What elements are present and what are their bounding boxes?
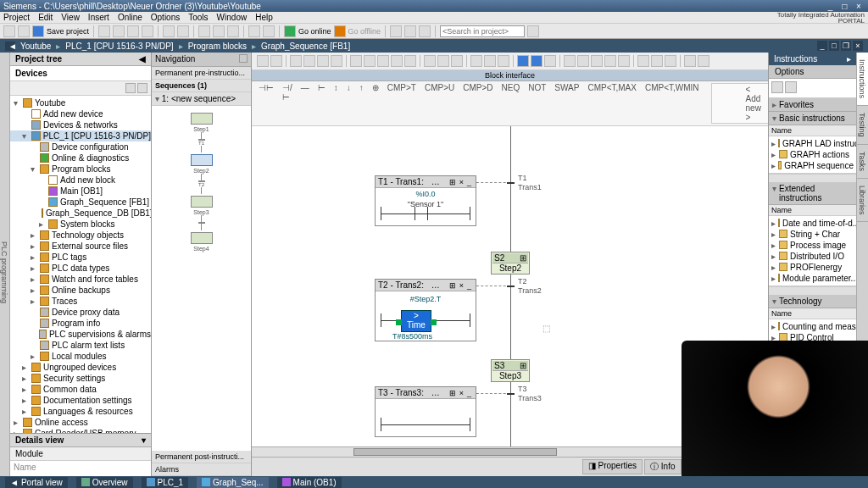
list-item[interactable]: ▸Module parameter...: [769, 273, 856, 284]
palette-item[interactable]: ↕: [332, 83, 340, 124]
trans-min-icon[interactable]: _: [465, 389, 473, 397]
list-item[interactable]: ▸String + Char: [769, 229, 856, 240]
tab-diagnostics[interactable]: ⚠ Diagnostics: [683, 459, 748, 474]
menu-online[interactable]: Online: [118, 13, 142, 22]
tree-alarm-lists[interactable]: PLC alarm text lists: [52, 341, 125, 350]
tree-tool-1-icon[interactable]: [125, 83, 136, 93]
instructions-controls[interactable]: ▸: [847, 54, 851, 64]
tree-root[interactable]: Youtube: [35, 98, 65, 108]
tree-ext-src[interactable]: External source files: [52, 241, 128, 251]
tree-proxy[interactable]: Device proxy data: [52, 308, 120, 317]
open-project-icon[interactable]: [18, 25, 30, 37]
tree-supervisions[interactable]: PLC supervisions & alarms: [49, 330, 151, 339]
maximize-button[interactable]: □: [838, 2, 850, 11]
ed-tool-icon[interactable]: [544, 55, 556, 67]
editor-close-icon[interactable]: ×: [853, 41, 863, 51]
nav-sequences[interactable]: Sequences (1): [152, 80, 251, 92]
timer-compare-block[interactable]: > Time: [401, 310, 431, 332]
list-item[interactable]: ▸Date and time-of-d...: [769, 218, 856, 229]
trans-close-icon[interactable]: ×: [458, 178, 465, 186]
menu-view[interactable]: View: [61, 13, 80, 22]
crumb-current[interactable]: Graph_Sequence [FB1]: [258, 42, 353, 51]
trans-close-icon[interactable]: ×: [458, 389, 465, 397]
ed-tool-icon[interactable]: [290, 55, 302, 67]
tree-main-ob1[interactable]: Main [OB1]: [60, 186, 103, 196]
rtab-tasks[interactable]: Tasks: [857, 145, 868, 179]
list-item[interactable]: ▸GRAPH sequence: [769, 160, 856, 171]
trans-option-icon[interactable]: ⊞: [448, 178, 458, 186]
ed-tool-icon[interactable]: [364, 55, 376, 67]
crumb-plc[interactable]: PLC_1 [CPU 1516-3 PN/DP]: [62, 42, 176, 51]
ed-tool-icon[interactable]: [651, 55, 663, 67]
ed-view1-icon[interactable]: [517, 55, 529, 67]
palette-item[interactable]: ⊣⊢: [257, 83, 275, 124]
tree-add-device[interactable]: Add new device: [43, 109, 103, 119]
close-button[interactable]: ×: [853, 2, 865, 11]
list-item[interactable]: ▸Counting and measure...: [769, 321, 856, 332]
list-item[interactable]: ▸Distributed I/O: [769, 251, 856, 262]
step-box-s3[interactable]: S3⊞ Step3: [491, 359, 530, 382]
go-online-icon[interactable]: [284, 25, 296, 37]
step-action-icon[interactable]: ⊞: [520, 361, 526, 370]
trans-name[interactable]: Trans2: [518, 286, 542, 295]
list-item[interactable]: ▸Process image: [769, 240, 856, 251]
transition-box-t2[interactable]: T2 - Trans2:…⊞×_ #Step2.T > Time T#8s500…: [375, 279, 476, 341]
tree-diagnostics[interactable]: Online & diagnostics: [52, 153, 129, 163]
details-collapse-icon[interactable]: ▾: [142, 435, 146, 445]
ed-tool-icon[interactable]: [391, 55, 403, 67]
trans-comment[interactable]: …: [431, 388, 440, 397]
tree-add-block[interactable]: Add new block: [60, 175, 115, 185]
trans-option-icon[interactable]: ⊞: [448, 389, 458, 397]
stop-sim-icon[interactable]: [263, 25, 275, 37]
ed-tool-icon[interactable]: [377, 55, 389, 67]
section-extended[interactable]: ▾Extended instructions: [769, 182, 856, 205]
list-item[interactable]: ▸PROFIenergy: [769, 262, 856, 273]
ed-tool-icon[interactable]: [404, 55, 416, 67]
main-tab-button[interactable]: Main (OB1): [277, 477, 342, 488]
go-online-label[interactable]: Go online: [298, 27, 331, 36]
ed-tool-icon[interactable]: [498, 55, 509, 67]
ed-view2-icon[interactable]: [531, 55, 542, 67]
palette-item[interactable]: ⊣/⊢: [281, 83, 294, 124]
save-icon[interactable]: [32, 25, 44, 37]
tree-program-blocks[interactable]: Program blocks: [52, 164, 110, 174]
rtab-libraries[interactable]: Libraries: [857, 179, 868, 223]
menu-project[interactable]: Project: [3, 13, 30, 22]
ed-tool-icon[interactable]: [303, 55, 315, 67]
ed-tool-icon[interactable]: [637, 55, 649, 67]
tree-plc-tags[interactable]: PLC tags: [52, 252, 86, 262]
ed-tool-icon[interactable]: [470, 55, 482, 67]
block-interface-toggle[interactable]: Block interface: [252, 70, 768, 81]
download-icon[interactable]: [213, 25, 225, 37]
ed-tool-icon[interactable]: [437, 55, 449, 67]
step-box-s2[interactable]: S2⊞ Step2: [491, 252, 530, 274]
step-name[interactable]: Step2: [492, 263, 528, 273]
palette-item[interactable]: —: [299, 83, 311, 124]
opt-icon[interactable]: [771, 81, 783, 93]
tree-local-modules[interactable]: Local modules: [52, 352, 106, 361]
opt-icon[interactable]: [785, 81, 797, 93]
basic-hscroll[interactable]: [769, 174, 856, 182]
go-offline-icon[interactable]: [334, 25, 346, 37]
palette-item[interactable]: NOT: [526, 83, 548, 124]
step-action-icon[interactable]: ⊞: [520, 253, 526, 263]
start-sim-icon[interactable]: [248, 25, 260, 37]
ed-tool-icon[interactable]: [591, 55, 603, 67]
menu-help[interactable]: Help: [255, 13, 273, 22]
tree-traces[interactable]: Traces: [52, 297, 77, 306]
section-options[interactable]: Options: [769, 65, 856, 79]
trans-tag[interactable]: #Step2.T: [376, 295, 476, 303]
nav-tool-icon[interactable]: [239, 54, 248, 63]
tree-proginfo[interactable]: Program info: [52, 319, 100, 328]
editor-min-icon[interactable]: _: [817, 41, 827, 51]
list-item[interactable]: ▸GRAPH actions: [769, 149, 856, 160]
breadcrumb-back-icon[interactable]: ◄: [5, 42, 15, 51]
compile-icon[interactable]: [198, 25, 210, 37]
tree-backups[interactable]: Online backups: [52, 286, 110, 295]
palette-item[interactable]: CMP<T,MAX: [586, 83, 638, 124]
ed-tool-icon[interactable]: [317, 55, 329, 67]
go-offline-label[interactable]: Go offline: [348, 27, 381, 36]
project-search-input[interactable]: [440, 25, 525, 37]
tree-plc1[interactable]: PLC_1 [CPU 1516-3 PN/DP]: [43, 131, 151, 141]
cut-icon[interactable]: [98, 25, 110, 37]
